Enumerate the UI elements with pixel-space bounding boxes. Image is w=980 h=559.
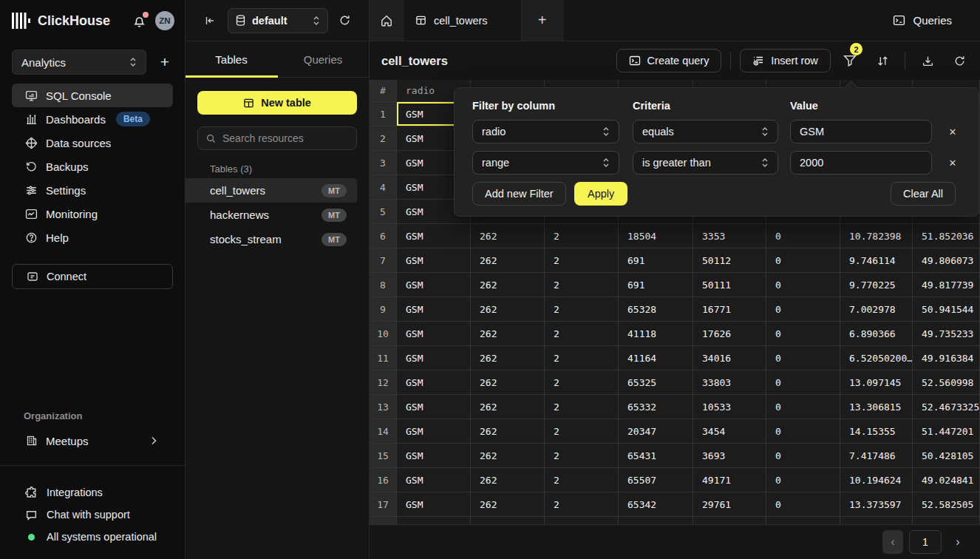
grid-cell[interactable]: GSM bbox=[397, 297, 471, 322]
grid-cell[interactable]: GSM bbox=[397, 346, 471, 370]
grid-cell[interactable]: 65332 bbox=[619, 395, 693, 419]
grid-cell[interactable]: 49.735233 bbox=[913, 322, 980, 346]
grid-cell[interactable]: 10.194624 bbox=[840, 468, 913, 492]
tab-cell-towers[interactable]: cell_towers bbox=[404, 0, 522, 41]
tab-queries[interactable]: Queries bbox=[277, 41, 369, 77]
notifications-bell-icon[interactable] bbox=[132, 14, 149, 28]
table-item-hackernews[interactable]: hackernewsMT bbox=[186, 203, 357, 227]
grid-cell[interactable]: 13.306815 bbox=[840, 395, 913, 419]
search-input[interactable]: Search resources bbox=[197, 126, 357, 150]
grid-cell[interactable]: 49.817739 bbox=[913, 273, 980, 297]
grid-cell[interactable]: 65325 bbox=[619, 370, 693, 395]
grid-cell[interactable]: 2 bbox=[545, 248, 619, 273]
grid-cell[interactable]: 2 bbox=[545, 346, 619, 370]
grid-cell[interactable]: 0 bbox=[766, 224, 840, 248]
grid-cell[interactable]: 52.560998 bbox=[913, 370, 980, 395]
grid-cell[interactable]: 16771 bbox=[693, 297, 766, 322]
grid-cell[interactable]: 65342 bbox=[619, 492, 693, 517]
next-page-button[interactable]: › bbox=[947, 530, 968, 554]
new-tab-button[interactable]: + bbox=[522, 0, 563, 41]
grid-cell[interactable]: 50.941544 bbox=[913, 297, 980, 322]
grid-cell[interactable]: 51.447201 bbox=[913, 419, 980, 444]
connect-button[interactable]: Connect bbox=[12, 264, 173, 289]
remove-filter-button[interactable]: ✕ bbox=[942, 120, 963, 143]
grid-cell[interactable]: 3693 bbox=[693, 444, 766, 468]
grid-cell[interactable]: 262 bbox=[471, 444, 545, 468]
grid-cell[interactable]: 262 bbox=[471, 370, 545, 395]
grid-cell[interactable]: 41164 bbox=[619, 346, 693, 370]
grid-cell[interactable]: GSM bbox=[397, 370, 471, 395]
grid-cell[interactable]: 0 bbox=[766, 395, 840, 419]
grid-cell[interactable]: 51.852036 bbox=[913, 224, 980, 248]
sidebar-item-monitoring[interactable]: Monitoring bbox=[12, 202, 173, 226]
sidebar-item-dashboards[interactable]: DashboardsBeta bbox=[12, 107, 173, 131]
sidebar-item-chat-with-support[interactable]: Chat with support bbox=[12, 504, 173, 526]
grid-cell[interactable]: 262 bbox=[471, 395, 545, 419]
grid-cell[interactable]: 2 bbox=[545, 419, 619, 444]
grid-cell[interactable]: 262 bbox=[471, 273, 545, 297]
queries-button[interactable]: Queries bbox=[893, 14, 952, 27]
grid-cell[interactable]: 2 bbox=[545, 492, 619, 517]
sidebar-item-backups[interactable]: Backups bbox=[12, 155, 173, 178]
filter-column-select[interactable]: radio bbox=[472, 120, 619, 143]
sidebar-item-settings[interactable]: Settings bbox=[12, 178, 173, 202]
grid-cell[interactable]: 0 bbox=[766, 370, 840, 395]
add-service-button[interactable]: + bbox=[157, 53, 173, 71]
grid-cell[interactable]: GSM bbox=[397, 444, 471, 468]
grid-cell[interactable]: 3454 bbox=[693, 419, 766, 444]
grid-cell[interactable]: 0 bbox=[766, 492, 840, 517]
grid-cell[interactable]: 262 bbox=[471, 322, 545, 346]
sidebar-item-all-systems-operational[interactable]: All systems operational bbox=[12, 526, 173, 548]
grid-cell[interactable]: 41118 bbox=[619, 322, 693, 346]
filter-criteria-select[interactable]: is greater than bbox=[633, 151, 778, 175]
grid-cell[interactable]: 0 bbox=[766, 273, 840, 297]
grid-cell[interactable]: 2 bbox=[545, 273, 619, 297]
grid-cell[interactable]: 29761 bbox=[693, 492, 766, 517]
grid-cell[interactable]: 33803 bbox=[693, 370, 766, 395]
grid-cell[interactable]: GSM bbox=[397, 419, 471, 444]
grid-cell[interactable]: 49.916384 bbox=[913, 346, 980, 370]
filter-button[interactable]: 2 bbox=[837, 49, 863, 72]
grid-cell[interactable]: 7.417486 bbox=[840, 444, 913, 468]
grid-cell[interactable]: GSM bbox=[397, 273, 471, 297]
grid-cell[interactable]: 52.46733257 bbox=[913, 395, 980, 419]
avatar[interactable]: ZN bbox=[155, 11, 174, 30]
remove-filter-button[interactable]: ✕ bbox=[942, 151, 963, 175]
apply-filter-button[interactable]: Apply bbox=[574, 182, 627, 206]
database-selector[interactable]: default bbox=[228, 8, 328, 33]
grid-cell[interactable]: 49.024841 bbox=[913, 468, 980, 492]
grid-cell[interactable]: 65431 bbox=[619, 444, 693, 468]
grid-cell[interactable]: 9.770225 bbox=[840, 273, 913, 297]
grid-cell[interactable]: 7.002978 bbox=[840, 297, 913, 322]
grid-cell[interactable]: 262 bbox=[471, 224, 545, 248]
sidebar-item-meetups[interactable]: Meetups bbox=[0, 429, 185, 453]
grid-cell[interactable]: 6.890366 bbox=[840, 322, 913, 346]
grid-cell[interactable]: GSM bbox=[397, 492, 471, 517]
home-tab[interactable] bbox=[370, 0, 404, 41]
column-header[interactable]: # bbox=[370, 80, 397, 102]
grid-cell[interactable]: 262 bbox=[471, 297, 545, 322]
grid-cell[interactable]: 691 bbox=[619, 273, 693, 297]
grid-cell[interactable]: 3353 bbox=[693, 224, 766, 248]
grid-cell[interactable]: 20347 bbox=[619, 419, 693, 444]
grid-cell[interactable]: 0 bbox=[766, 322, 840, 346]
sidebar-item-sql-console[interactable]: SQL Console bbox=[12, 84, 173, 107]
sidebar-item-integrations[interactable]: Integrations bbox=[12, 481, 173, 504]
grid-cell[interactable]: 0 bbox=[766, 297, 840, 322]
grid-cell[interactable]: 2 bbox=[545, 370, 619, 395]
prev-page-button[interactable]: ‹ bbox=[882, 530, 903, 554]
table-item-stocks-stream[interactable]: stocks_streamMT bbox=[186, 227, 357, 251]
tab-tables[interactable]: Tables bbox=[186, 41, 277, 77]
create-query-button[interactable]: Create query bbox=[616, 49, 721, 72]
grid-cell[interactable]: 0 bbox=[766, 419, 840, 444]
grid-cell[interactable]: 2 bbox=[545, 468, 619, 492]
grid-cell[interactable]: 18504 bbox=[619, 224, 693, 248]
grid-cell[interactable]: GSM bbox=[397, 322, 471, 346]
grid-cell[interactable]: 2 bbox=[545, 395, 619, 419]
sidebar-item-help[interactable]: Help bbox=[12, 226, 173, 249]
grid-cell[interactable]: 50112 bbox=[693, 248, 766, 273]
refresh-tables-icon[interactable] bbox=[338, 14, 351, 27]
grid-cell[interactable]: 2 bbox=[545, 444, 619, 468]
collapse-panel-icon[interactable] bbox=[204, 15, 216, 27]
new-table-button[interactable]: New table bbox=[197, 91, 357, 115]
